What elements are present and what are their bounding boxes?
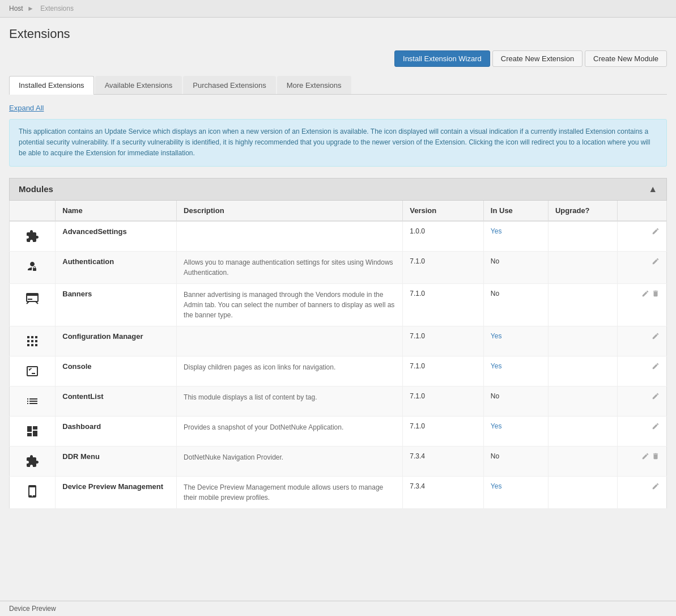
in-use-link[interactable]: Yes <box>491 422 502 430</box>
module-version: 7.1.0 <box>410 290 425 298</box>
tabs-container: Installed Extensions Available Extension… <box>9 76 667 95</box>
delete-icon[interactable] <box>652 453 660 462</box>
module-in-use-cell: No <box>483 283 548 326</box>
tab-available-extensions[interactable]: Available Extensions <box>95 76 182 94</box>
edit-icon[interactable] <box>641 453 649 462</box>
module-icon-cell <box>10 251 56 283</box>
module-name: ContentList <box>62 392 103 401</box>
module-version: 7.1.0 <box>410 362 425 370</box>
tab-installed-extensions[interactable]: Installed Extensions <box>9 76 94 95</box>
module-version: 7.3.4 <box>410 482 425 490</box>
th-version: Version <box>403 201 484 221</box>
th-in-use: In Use <box>483 201 548 221</box>
module-description-cell: This module displays a list of content b… <box>177 386 403 416</box>
module-in-use-cell: Yes <box>483 416 548 446</box>
module-icon-cell <box>10 386 56 416</box>
module-description: Provides a snapshot of your DotNetNuke A… <box>184 423 343 431</box>
module-name-cell: Banners <box>56 283 177 326</box>
collapse-modules-icon[interactable]: ▲ <box>648 184 657 194</box>
tab-more-extensions[interactable]: More Extensions <box>277 76 351 94</box>
edit-icon[interactable] <box>652 423 660 432</box>
module-in-use-cell: No <box>483 386 548 416</box>
table-row: ContentList This module displays a list … <box>10 386 667 416</box>
page-container: Extensions Install Extension Wizard Crea… <box>0 18 676 616</box>
th-description: Description <box>177 201 403 221</box>
module-version: 7.3.4 <box>410 452 425 460</box>
modules-section-title: Modules <box>19 184 53 194</box>
edit-icon[interactable] <box>652 228 660 237</box>
edit-icon[interactable] <box>652 393 660 402</box>
module-version-cell: 7.1.0 <box>403 356 484 386</box>
table-row: Dashboard Provides a snapshot of your Do… <box>10 416 667 446</box>
breadcrumb-host[interactable]: Host <box>9 5 23 12</box>
in-use-link[interactable]: Yes <box>491 332 502 340</box>
table-row: Configuration Manager 7.1.0 Yes <box>10 326 667 356</box>
module-version: 7.1.0 <box>410 392 425 400</box>
edit-icon[interactable] <box>652 333 660 342</box>
module-description: Display children pages as icon links for… <box>184 363 335 371</box>
module-name: AdvancedSettings <box>62 227 126 236</box>
module-version-cell: 7.1.0 <box>403 326 484 356</box>
module-in-use-cell: No <box>483 251 548 283</box>
module-icon-cell <box>10 446 56 476</box>
in-use-value: No <box>491 290 499 298</box>
module-icon-cell <box>10 221 56 252</box>
table-row: Console Display children pages as icon l… <box>10 356 667 386</box>
module-upgrade-cell <box>548 221 617 252</box>
module-version-cell: 7.3.4 <box>403 446 484 476</box>
bottom-bar: Device Preview <box>0 601 676 616</box>
module-icon <box>23 422 41 440</box>
module-description-cell: Provides a snapshot of your DotNetNuke A… <box>177 416 403 446</box>
in-use-value: No <box>491 257 499 265</box>
module-upgrade-cell <box>548 476 617 508</box>
module-icon <box>23 452 41 470</box>
module-actions-cell <box>618 283 667 326</box>
expand-all-link[interactable]: Expand All <box>9 104 44 112</box>
module-description-cell: The Device Preview Management module all… <box>177 476 403 508</box>
module-version-cell: 1.0.0 <box>403 221 484 252</box>
module-description-cell <box>177 326 403 356</box>
delete-icon[interactable] <box>652 290 660 299</box>
in-use-link[interactable]: Yes <box>491 482 502 490</box>
in-use-link[interactable]: Yes <box>491 227 502 235</box>
module-icon <box>23 362 41 380</box>
module-name-cell: ContentList <box>56 386 177 416</box>
module-description: The Device Preview Management module all… <box>184 483 383 502</box>
module-name-cell: AdvancedSettings <box>56 221 177 252</box>
module-upgrade-cell <box>548 326 617 356</box>
module-icon <box>23 257 41 275</box>
module-in-use-cell: Yes <box>483 356 548 386</box>
module-name-cell: Dashboard <box>56 416 177 446</box>
module-actions-cell <box>618 221 667 252</box>
module-actions-cell <box>618 446 667 476</box>
tab-purchased-extensions[interactable]: Purchased Extensions <box>183 76 275 94</box>
module-name: Banners <box>62 290 92 298</box>
module-icon-cell <box>10 283 56 326</box>
in-use-link[interactable]: Yes <box>491 362 502 370</box>
module-actions-cell <box>618 251 667 283</box>
install-extension-wizard-button[interactable]: Install Extension Wizard <box>394 50 490 67</box>
module-icon-cell <box>10 326 56 356</box>
module-description-cell: Banner advertising is managed through th… <box>177 283 403 326</box>
module-name: Authentication <box>62 257 114 266</box>
edit-icon[interactable] <box>641 290 649 299</box>
th-name: Name <box>56 201 177 221</box>
module-icon <box>23 392 41 410</box>
module-description-cell: Allows you to manage authentication sett… <box>177 251 403 283</box>
table-row: Banners Banner advertising is managed th… <box>10 283 667 326</box>
edit-icon[interactable] <box>652 483 660 492</box>
module-name: Device Preview Management <box>62 482 163 491</box>
edit-icon[interactable] <box>652 363 660 372</box>
module-name-cell: Configuration Manager <box>56 326 177 356</box>
toolbar: Install Extension Wizard Create New Exte… <box>9 50 667 67</box>
create-new-module-button[interactable]: Create New Module <box>585 50 667 67</box>
module-in-use-cell: Yes <box>483 476 548 508</box>
module-name: Console <box>62 362 91 371</box>
edit-icon[interactable] <box>652 258 660 267</box>
module-upgrade-cell <box>548 356 617 386</box>
table-row: Authentication Allows you to manage auth… <box>10 251 667 283</box>
module-name: Configuration Manager <box>62 332 143 341</box>
create-new-extension-button[interactable]: Create New Extension <box>492 50 583 67</box>
table-row: AdvancedSettings 1.0.0 Yes <box>10 221 667 252</box>
module-name-cell: Device Preview Management <box>56 476 177 508</box>
